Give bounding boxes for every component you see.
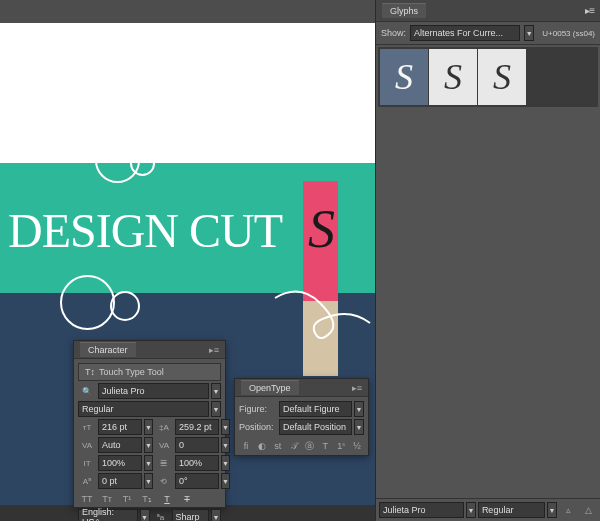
show-filter-field[interactable]: Alternates For Curre...	[410, 25, 520, 41]
search-icon: 🔍	[78, 387, 96, 396]
vscale-dropdown[interactable]: ▼	[144, 455, 153, 471]
language-dropdown[interactable]: ▼	[140, 509, 150, 521]
panel-header[interactable]: Glyphs ▸≡	[376, 0, 600, 22]
underline-button[interactable]: T	[158, 491, 176, 507]
glyph-cell[interactable]: S	[478, 49, 526, 105]
panel-menu-icon[interactable]: ▸≡	[352, 383, 362, 393]
glyphs-tab[interactable]: Glyphs	[382, 3, 426, 18]
kerning-field[interactable]: Auto	[98, 437, 142, 453]
swash-button[interactable]: 𝒯	[287, 438, 301, 454]
glyph-grid: S S S	[378, 47, 598, 107]
touch-type-button[interactable]: T↕Touch Type Tool	[78, 363, 221, 381]
aa-icon: ªa	[152, 513, 170, 522]
tracking-field[interactable]: 0	[175, 437, 219, 453]
contextual-button[interactable]: ◐	[255, 438, 269, 454]
glyph-style-dropdown[interactable]: ▼	[547, 502, 557, 518]
position-label: Position:	[239, 422, 277, 432]
rotation-field[interactable]: 0°	[175, 473, 219, 489]
panel-menu-icon[interactable]: ▸≡	[585, 5, 594, 16]
allcaps-button[interactable]: TT	[78, 491, 96, 507]
size-dropdown[interactable]: ▼	[144, 419, 153, 435]
zoom-out-button[interactable]: ▵	[559, 502, 577, 518]
show-label: Show:	[381, 28, 406, 38]
font-size-field[interactable]: 216 pt	[98, 419, 142, 435]
hscale-dropdown[interactable]: ▼	[221, 455, 230, 471]
swirl-decoration	[60, 275, 115, 330]
opentype-panel[interactable]: OpenType ▸≡ Figure:Default Figure▼ Posit…	[234, 378, 369, 456]
swirl-decoration	[130, 151, 155, 176]
rotation-icon: ⟲	[155, 477, 173, 486]
baseline-field[interactable]: 0 pt	[98, 473, 142, 489]
ordinals-button[interactable]: 1ˢ	[334, 438, 348, 454]
font-dropdown[interactable]: ▼	[211, 383, 221, 399]
character-panel[interactable]: Character ▸≡ T↕Touch Type Tool 🔍Julieta …	[73, 340, 226, 508]
glyph-cell[interactable]: S	[429, 49, 477, 105]
glyph-font-dropdown[interactable]: ▼	[466, 502, 476, 518]
glyph-style-field[interactable]: Regular	[478, 502, 545, 518]
selected-glyph[interactable]: S	[308, 198, 335, 260]
panel-menu-icon[interactable]: ▸≡	[209, 345, 219, 355]
kerning-dropdown[interactable]: ▼	[144, 437, 153, 453]
aa-dropdown[interactable]: ▼	[211, 509, 221, 521]
character-tab[interactable]: Character	[80, 342, 136, 357]
smallcaps-button[interactable]: Tт	[98, 491, 116, 507]
glyphs-panel[interactable]: Glyphs ▸≡ Show: Alternates For Curre...▼…	[375, 0, 600, 521]
figure-label: Figure:	[239, 404, 277, 414]
kerning-icon: VA	[78, 441, 96, 450]
leading-dropdown[interactable]: ▼	[221, 419, 230, 435]
stylistic-button[interactable]: ⓐ	[303, 438, 317, 454]
baseline-icon: Aª	[78, 477, 96, 486]
glyph-cell[interactable]: S	[380, 49, 428, 105]
fractions-button[interactable]: ½	[350, 438, 364, 454]
figure-dropdown[interactable]: ▼	[354, 401, 364, 417]
rotation-dropdown[interactable]: ▼	[221, 473, 230, 489]
language-field[interactable]: English: USA	[78, 509, 138, 521]
vscale-field[interactable]: 100%	[98, 455, 142, 471]
subscript-button[interactable]: T₁	[138, 491, 156, 507]
hscale-icon: 𝌆	[155, 459, 173, 468]
baseline-dropdown[interactable]: ▼	[144, 473, 153, 489]
tracking-icon: VA	[155, 441, 173, 450]
figure-field[interactable]: Default Figure	[279, 401, 352, 417]
superscript-button[interactable]: T¹	[118, 491, 136, 507]
glyph-font-field[interactable]: Julieta Pro	[379, 502, 464, 518]
size-icon: тT	[78, 423, 96, 432]
position-dropdown[interactable]: ▼	[354, 419, 364, 435]
hscale-field[interactable]: 100%	[175, 455, 219, 471]
ligature-button[interactable]: fi	[239, 438, 253, 454]
strikethrough-button[interactable]: T	[178, 491, 196, 507]
canvas-text[interactable]: DESIGN CUT	[8, 203, 282, 258]
vscale-icon: IT	[78, 459, 96, 468]
font-style-field[interactable]: Regular	[78, 401, 209, 417]
bg-white	[0, 23, 375, 163]
discretionary-button[interactable]: st	[271, 438, 285, 454]
show-dropdown[interactable]: ▼	[524, 25, 534, 41]
leading-icon: ‡A	[155, 423, 173, 432]
panel-header[interactable]: OpenType ▸≡	[235, 379, 368, 397]
zoom-in-button[interactable]: △	[579, 502, 597, 518]
tracking-dropdown[interactable]: ▼	[221, 437, 230, 453]
font-family-field[interactable]: Julieta Pro	[98, 383, 209, 399]
unicode-label: U+0053 (ss04)	[542, 29, 595, 38]
panel-header[interactable]: Character ▸≡	[74, 341, 225, 359]
titling-button[interactable]: T	[318, 438, 332, 454]
opentype-tab[interactable]: OpenType	[241, 380, 299, 395]
position-field[interactable]: Default Position	[279, 419, 352, 435]
style-dropdown[interactable]: ▼	[211, 401, 221, 417]
leading-field[interactable]: 259.2 pt	[175, 419, 219, 435]
antialias-field[interactable]: Sharp	[172, 509, 209, 521]
swirl-path	[270, 278, 390, 358]
touch-type-icon: T↕	[85, 367, 95, 377]
swirl-decoration	[110, 291, 140, 321]
